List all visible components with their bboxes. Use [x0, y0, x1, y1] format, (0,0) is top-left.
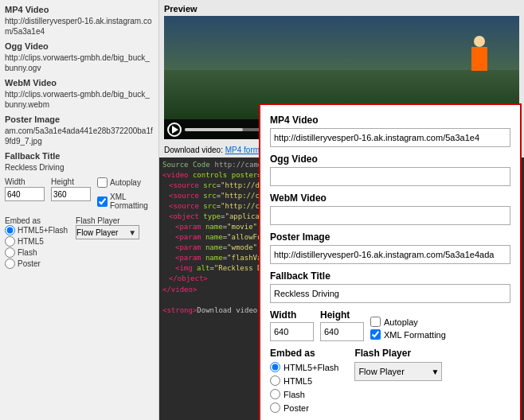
overlay-fallback-input[interactable]	[270, 284, 510, 303]
ogg-value: http://clips.vorwaerts-gmbh.de/big_buck_…	[5, 52, 154, 73]
overlay-embed-flash-label: Flash	[284, 390, 305, 399]
width-label: Width	[5, 177, 45, 186]
ogg-label: Ogg Video	[5, 41, 154, 51]
overlay-poster-input[interactable]	[270, 245, 510, 264]
embed-html5flash-label: HTML5+Flash	[18, 226, 68, 235]
overlay-mp4-input[interactable]	[270, 128, 510, 147]
overlay-embed-html5flash-label: HTML5+Flash	[284, 363, 338, 372]
width-input[interactable]	[5, 187, 45, 201]
overlay-ogg-input[interactable]	[270, 167, 510, 186]
embed-label: Embed as	[5, 216, 68, 225]
autoplay-label: Autoplay	[110, 178, 141, 187]
preview-label: Preview	[164, 4, 197, 14]
overlay-autoplay-label: Autoplay	[384, 317, 418, 327]
height-label: Height	[51, 177, 91, 186]
embed-flash-radio[interactable]	[5, 247, 15, 258]
overlay-mp4-label: MP4 Video	[270, 115, 510, 126]
overlay-xml-label: XML Formatting	[384, 330, 446, 340]
mp4-value: http://distilleryvesper0-16.ak.instagram…	[5, 16, 154, 37]
autoplay-checkbox[interactable]	[97, 177, 108, 188]
source-code-header: Source Code	[162, 161, 210, 169]
embed-poster-radio[interactable]	[5, 259, 15, 269]
overlay-height-input[interactable]	[320, 322, 364, 341]
overlay-embed-html5flash-radio[interactable]	[270, 362, 280, 372]
embed-html5-label: HTML5	[18, 237, 44, 246]
overlay-embed-flash-radio[interactable]	[270, 389, 280, 399]
mp4-label: MP4 Video	[5, 5, 154, 14]
overlay-embed-label: Embed as	[270, 348, 338, 359]
download-text: Download video:	[164, 146, 223, 154]
fallback-value: Reckless Driving	[5, 162, 154, 173]
embed-html5flash-radio[interactable]	[5, 225, 15, 235]
embed-poster-label: Poster	[18, 259, 41, 268]
overlay-fallback-label: Fallback Title	[270, 270, 510, 282]
embed-html5-radio[interactable]	[5, 236, 15, 247]
embed-flash-label: Flash	[18, 248, 37, 257]
overlay-webm-label: WebM Video	[270, 192, 510, 204]
overlay-flash-label: Flash Player	[354, 348, 442, 359]
flash-player-select[interactable]: Flow Player	[76, 225, 139, 239]
webm-label: WebM Video	[5, 78, 154, 88]
overlay-webm-input[interactable]	[270, 206, 510, 225]
overlay-form: MP4 Video Ogg Video WebM Video Poster Im…	[259, 103, 522, 420]
overlay-embed-poster-radio[interactable]	[270, 402, 280, 413]
overlay-poster-label: Poster Image	[270, 231, 510, 243]
poster-value: am.com/5a3a1e4ada441e28b372200ba1f9fd9_7…	[5, 126, 154, 146]
xml-label: XML Formatting	[110, 192, 154, 210]
overlay-embed-poster-label: Poster	[284, 403, 309, 413]
flash-player-label: Flash Player	[76, 216, 139, 225]
overlay-xml-checkbox[interactable]	[370, 329, 381, 340]
webm-value: http://clips.vorwaerts-gmbh.de/big_buck_…	[5, 89, 154, 110]
overlay-autoplay-checkbox[interactable]	[370, 317, 381, 327]
overlay-embed-html5-label: HTML5	[284, 376, 312, 386]
fallback-label: Fallback Title	[5, 151, 154, 161]
xml-checkbox[interactable]	[97, 196, 108, 207]
overlay-ogg-label: Ogg Video	[270, 154, 510, 165]
overlay-flash-select[interactable]: Flow Player	[354, 362, 442, 381]
overlay-width-input[interactable]	[270, 322, 314, 341]
overlay-embed-html5-radio[interactable]	[270, 375, 280, 386]
height-input[interactable]	[51, 187, 91, 201]
play-button[interactable]	[167, 122, 182, 137]
overlay-height-label: Height	[320, 309, 364, 321]
poster-label: Poster Image	[5, 115, 154, 124]
overlay-width-label: Width	[270, 309, 314, 321]
